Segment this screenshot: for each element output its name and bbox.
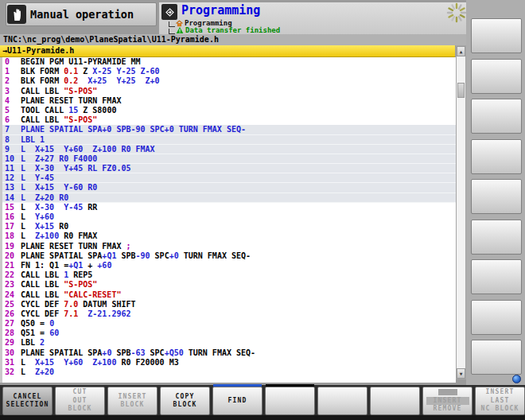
right-softkey-8[interactable] bbox=[471, 300, 522, 335]
right-softkey-6[interactable] bbox=[471, 220, 522, 255]
code-line-4[interactable]: 4PLANE RESET TURN FMAX bbox=[2, 96, 456, 106]
line-number: 17 bbox=[2, 222, 21, 231]
code-line-0[interactable]: 0BEGIN PGM U11-PYRAMIDE MM bbox=[2, 57, 456, 67]
code-line-23[interactable]: 23CALL LBL "S-POS" bbox=[2, 280, 456, 290]
code-text: L Z+100 R0 FMAX bbox=[21, 231, 456, 241]
code-line-8[interactable]: 8LBL 1 bbox=[2, 135, 456, 145]
file-path-bar: TNC:\nc_prog\demo\PlaneSpatial\U11-Pyram… bbox=[0, 34, 525, 45]
code-text: L Z+20 bbox=[21, 368, 456, 377]
code-line-7[interactable]: 7PLANE SPATIAL SPA+0 SPB-90 SPC+0 TURN F… bbox=[2, 125, 456, 134]
line-number: 30 bbox=[2, 348, 21, 358]
softkey-empty-1[interactable] bbox=[265, 387, 315, 415]
code-line-5[interactable]: 5TOOL CALL 15 Z S8000 bbox=[2, 106, 456, 115]
code-line-20[interactable]: 20PLANE SPATIAL SPA+Q1 SPB-90 SPC+0 TURN… bbox=[2, 251, 456, 261]
code-line-26[interactable]: 26CYCL DEF 7.1 Z-21.2962 bbox=[2, 309, 456, 319]
softkey-cancel-selection[interactable]: CANCELSELECTION bbox=[2, 387, 52, 415]
active-program-tab[interactable]: →U11-Pyramide.h bbox=[0, 45, 455, 57]
right-softkey-1[interactable] bbox=[471, 18, 522, 53]
code-lines: 0BEGIN PGM U11-PYRAMIDE MM1BLK FORM 0.1 … bbox=[2, 57, 456, 377]
line-number: 27 bbox=[2, 319, 21, 329]
code-line-17[interactable]: 17L X+15 R0 bbox=[2, 222, 456, 231]
code-line-11[interactable]: 11L X-30 Y+45 RL FZ0.05 bbox=[2, 164, 456, 173]
softkey-label: FIND bbox=[228, 397, 247, 406]
code-line-30[interactable]: 30PLANE SPATIAL SPA+0 SPB-63 SPC+Q50 TUR… bbox=[2, 348, 456, 358]
softkey-empty-2[interactable] bbox=[317, 387, 368, 415]
tree-connector bbox=[169, 21, 175, 27]
code-line-28[interactable]: 28Q51 = 60 bbox=[2, 329, 456, 338]
machine-mode-label: Manual operation bbox=[30, 8, 134, 21]
line-number: 24 bbox=[2, 290, 21, 300]
code-text: CYCL DEF 7.1 Z-21.2962 bbox=[21, 309, 456, 319]
code-line-27[interactable]: 27Q50 = 0 bbox=[2, 319, 456, 329]
code-line-12[interactable]: 12L Y-45 bbox=[2, 173, 456, 183]
code-text: BLK FORM 0.1 Z X-25 Y-25 Z-60 bbox=[21, 67, 456, 76]
tab-label: U11-Pyramide.h bbox=[7, 46, 74, 55]
code-text: CYCL DEF 7.0 DATUM SHIFT bbox=[21, 300, 456, 309]
programming-mode-icon bbox=[161, 4, 177, 20]
softkey-find[interactable]: FIND bbox=[212, 387, 262, 415]
right-softkey-4[interactable] bbox=[471, 139, 522, 174]
code-line-3[interactable]: 3CALL LBL "S-POS" bbox=[2, 87, 456, 96]
code-text: Q50 = 0 bbox=[21, 319, 456, 329]
line-number: 8 bbox=[2, 135, 21, 145]
hand-icon bbox=[7, 5, 26, 24]
code-line-13[interactable]: 13L X+15 Y-60 R0 bbox=[2, 183, 456, 192]
line-number: 20 bbox=[2, 251, 21, 261]
code-line-14[interactable]: 14L Z+20 R0 bbox=[2, 193, 456, 203]
scroll-down-button[interactable]: ▼ bbox=[457, 368, 465, 379]
softkey-copy-block[interactable]: COPYBLOCK bbox=[160, 387, 210, 415]
softkey-insert-block[interactable]: INSERTBLOCK bbox=[107, 387, 158, 415]
softkey-row-indicator-black bbox=[266, 384, 314, 387]
code-line-29[interactable]: 29LBL 2 bbox=[2, 338, 456, 348]
code-text: PLANE SPATIAL SPA+0 SPB-90 SPC+0 TURN FM… bbox=[21, 125, 456, 134]
right-softkey-7[interactable] bbox=[471, 259, 522, 294]
code-line-16[interactable]: 16L Y+60 bbox=[2, 212, 456, 222]
code-text: PLANE SPATIAL SPA+Q1 SPB-90 SPC+0 TURN F… bbox=[21, 251, 456, 261]
scrollbar-thumb[interactable] bbox=[457, 83, 465, 98]
softkey-empty-3[interactable] bbox=[370, 387, 420, 415]
code-line-1[interactable]: 1BLK FORM 0.1 Z X-25 Y-25 Z-60 bbox=[2, 67, 456, 76]
code-line-6[interactable]: 6CALL LBL "S-POS" bbox=[2, 115, 456, 125]
programming-mode-box[interactable]: Programming Programming Data transfer fi… bbox=[159, 2, 469, 34]
code-line-2[interactable]: 2BLK FORM 0.2 X+25 Y+25 Z+0 bbox=[2, 76, 456, 86]
code-line-10[interactable]: 10L Z+27 R0 F4000 bbox=[2, 154, 456, 164]
softkey-label: NC BLOCK bbox=[480, 405, 519, 414]
code-line-19[interactable]: 19PLANE RESET TURN FMAX ; bbox=[2, 242, 456, 251]
code-line-31[interactable]: 31L X+15 Y+60 Z+100 R0 F20000 M3 bbox=[2, 358, 456, 368]
right-softkey-9[interactable] bbox=[471, 340, 522, 375]
code-line-15[interactable]: 15L X-30 Y-45 RR bbox=[2, 203, 456, 212]
warning-icon bbox=[176, 26, 184, 34]
machine-mode-box[interactable]: Manual operation bbox=[6, 2, 157, 26]
code-line-9[interactable]: 9L X+15 Y+60 Z+100 R0 FMAX bbox=[2, 145, 456, 154]
code-line-21[interactable]: 21FN 1: Q1 =+Q1 + +60 bbox=[2, 261, 456, 270]
code-line-25[interactable]: 25CYCL DEF 7.0 DATUM SHIFT bbox=[2, 300, 456, 309]
right-softkey-2[interactable] bbox=[471, 59, 522, 94]
line-number: 0 bbox=[2, 57, 21, 67]
code-text: L X-30 Y+45 RL FZ0.05 bbox=[21, 164, 456, 173]
code-text: LBL 2 bbox=[21, 338, 456, 348]
line-number: 1 bbox=[2, 67, 21, 76]
right-softkey-5[interactable] bbox=[471, 179, 522, 214]
bottom-softkey-row: CANCELSELECTIONCUTOUTBLOCKINSERTBLOCKCOP… bbox=[0, 385, 525, 420]
code-text: CALL LBL "S-POS" bbox=[21, 87, 456, 96]
softkey-insert-remove-toggle[interactable]: INSERTREMOVE bbox=[422, 387, 472, 415]
softkey-cut-out-block[interactable]: CUTOUTBLOCK bbox=[55, 387, 105, 415]
code-line-22[interactable]: 22CALL LBL 1 REP5 bbox=[2, 270, 456, 280]
editor-vertical-scrollbar[interactable]: ▲ ▼ bbox=[456, 45, 466, 379]
softkey-row-indicator-blue bbox=[213, 384, 262, 387]
scroll-up-button[interactable]: ▲ bbox=[457, 46, 465, 56]
line-number: 15 bbox=[2, 203, 21, 212]
busy-spinner-icon bbox=[445, 2, 468, 24]
code-line-24[interactable]: 24CALL LBL "CALC-RESET" bbox=[2, 290, 456, 300]
code-line-18[interactable]: 18L Z+100 R0 FMAX bbox=[2, 231, 456, 241]
code-text: L Y-45 bbox=[21, 173, 456, 183]
code-text: L X+15 Y+60 Z+100 R0 FMAX bbox=[21, 145, 456, 154]
code-text: LBL 1 bbox=[21, 135, 456, 145]
line-number: 13 bbox=[2, 183, 21, 192]
code-line-32[interactable]: 32L Z+20 bbox=[2, 368, 456, 377]
code-text: L X+15 R0 bbox=[21, 222, 456, 231]
softkey-insert-last-nc-block[interactable]: INSERTLASTNC BLOCK bbox=[475, 387, 525, 415]
right-softkey-3[interactable] bbox=[471, 99, 522, 134]
help-globe-icon[interactable] bbox=[512, 375, 521, 383]
nc-program-editor[interactable]: 0BEGIN PGM U11-PYRAMIDE MM1BLK FORM 0.1 … bbox=[0, 57, 456, 383]
